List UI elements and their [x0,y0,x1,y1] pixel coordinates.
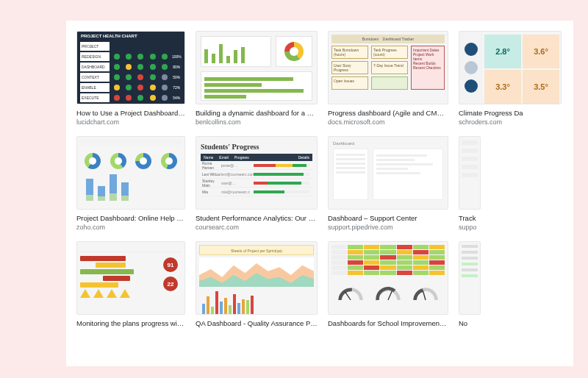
result-title[interactable]: QA Dashboard - Quality Assurance Project… [196,319,318,328]
result-meta: Progress dashboard (Agile and CMMI) | ..… [328,104,448,127]
svg-line-0 [345,292,350,300]
kpi-tile: 3.3° [484,70,521,104]
result-meta: Dashboards for School Improvement | Trac… [328,315,448,329]
result-title[interactable]: Progress dashboard (Agile and CMMI) | ..… [328,109,448,118]
health-matrix: PROJECT REDESIGN100% DASHBOARD80% CONTEX… [77,40,184,104]
result-title[interactable]: Project Dashboard: Online Help | Zoho Pr… [76,214,185,223]
result-source: support.pipedrive.com [328,224,448,232]
result-thumbnail[interactable]: PROJECT HEALTH CHART PROJECT REDESIGN100… [76,31,185,104]
heatmap-icon [331,245,445,282]
result-meta: Climate Progress Da schroders.com [459,104,562,127]
donut-chart-icon [276,36,312,67]
gauge-row-icon [331,286,445,301]
result-card[interactable]: Building a dynamic dashboard for a 3-day… [196,31,318,127]
result-meta: Dashboard – Support Center support.piped… [328,210,448,232]
bar-chart-icon [201,36,271,67]
result-card[interactable]: Burndown Dashboard Tracker Task Burndown… [328,31,448,127]
badge-column: 91 22 [159,254,182,315]
column-chart-icon [80,174,182,204]
result-meta: No [459,315,481,329]
result-card[interactable]: Dashboards for School Improvement | Trac… [328,241,448,329]
result-source: benlcollins.com [196,118,318,127]
result-title[interactable]: No [459,319,481,328]
result-card[interactable]: Dashboard Dashboard – Support Center sup… [328,136,448,232]
area-chart-icon [199,257,314,287]
panel-title: Students' Progress [201,143,312,151]
donut-row-icon [80,148,182,174]
result-thumbnail[interactable]: Sheets of Project per Sprint(qa) [196,241,318,315]
result-thumbnail[interactable]: 91 22 [76,241,185,315]
result-thumbnail[interactable]: Burndown Dashboard Tracker Task Burndown… [328,31,448,104]
result-meta: Student Performance Analytics: Our Most-… [196,210,318,232]
result-title[interactable]: Climate Progress Da [459,109,562,118]
result-meta: Track suppo [459,210,481,232]
result-meta: QA Dashboard - Quality Assurance Project… [196,315,318,329]
result-title[interactable]: How to Use a Project Dashboard to Keep Y… [76,109,185,118]
result-thumbnail[interactable] [459,241,481,315]
students-table: NameEmailProgressDetails Roma Harvenjami… [201,154,312,196]
result-title[interactable]: Dashboards for School Improvement | Trac… [328,319,448,328]
result-card[interactable]: No [459,241,481,329]
result-thumbnail[interactable]: 2.8° 3.6° 3.3° 3.5° [459,31,562,104]
result-meta: Monitoring the plans progress with gra… [76,315,185,329]
banner: Sheets of Project per Sprint(qa) [199,245,314,255]
result-source: suppo [459,224,481,232]
result-card[interactable]: Project Dashboard: Online Help | Zoho Pr… [76,136,185,232]
mini-bars-icon [199,289,314,314]
svg-line-2 [423,290,426,300]
result-title[interactable]: Building a dynamic dashboard for a 3-day… [196,109,318,118]
nav-dots-icon [459,32,483,104]
panel-header: Dashboard [333,141,443,146]
result-card[interactable]: Sheets of Project per Sprint(qa) QA Dash… [196,241,318,329]
kpi-tile: 3.6° [523,35,559,68]
result-title[interactable]: Student Performance Analytics: Our Most-… [196,214,318,223]
sidebar-panel-icon [333,149,368,200]
content-panel-icon [373,149,443,200]
result-thumbnail[interactable]: Students' Progress NameEmailProgressDeta… [196,136,318,210]
kpi-tile: 3.5° [523,70,559,104]
result-meta: Building a dynamic dashboard for a 3-day… [196,104,318,127]
result-card[interactable]: Track suppo [459,136,481,232]
result-card[interactable]: 2.8° 3.6° 3.3° 3.5° Climate Progress Da … [459,31,562,127]
result-title[interactable]: Dashboard – Support Center [328,214,448,223]
hbar-chart-icon [201,71,312,101]
result-title[interactable]: Monitoring the plans progress with gra… [76,319,185,328]
result-card[interactable]: PROJECT HEALTH CHART PROJECT REDESIGN100… [76,31,185,127]
badge: 22 [163,277,178,291]
svg-line-1 [388,290,392,300]
result-thumbnail[interactable] [459,136,481,210]
result-thumbnail[interactable] [76,136,185,210]
result-card[interactable]: 91 22 Monitoring the plans progress with… [76,241,185,329]
kpi-tile: 2.8° [484,35,521,68]
result-meta: How to Use a Project Dashboard to Keep Y… [76,104,185,127]
result-source: coursearc.com [196,224,318,232]
result-card[interactable]: Students' Progress NameEmailProgressDeta… [196,136,318,232]
image-results-grid: PROJECT HEALTH CHART PROJECT REDESIGN100… [66,21,573,366]
result-meta: Project Dashboard: Online Help | Zoho Pr… [76,210,185,232]
badge: 91 [163,257,178,272]
result-title[interactable]: Track [459,214,481,223]
gantt-icon [80,254,157,315]
result-thumbnail[interactable]: Dashboard [328,136,448,210]
result-source: schroders.com [459,118,562,127]
result-source: zoho.com [76,224,185,232]
result-source: docs.microsoft.com [328,118,448,127]
result-thumbnail[interactable] [196,31,318,104]
thumb-title: PROJECT HEALTH CHART [77,32,184,40]
result-thumbnail[interactable] [328,241,448,315]
result-source: lucidchart.com [76,118,185,127]
